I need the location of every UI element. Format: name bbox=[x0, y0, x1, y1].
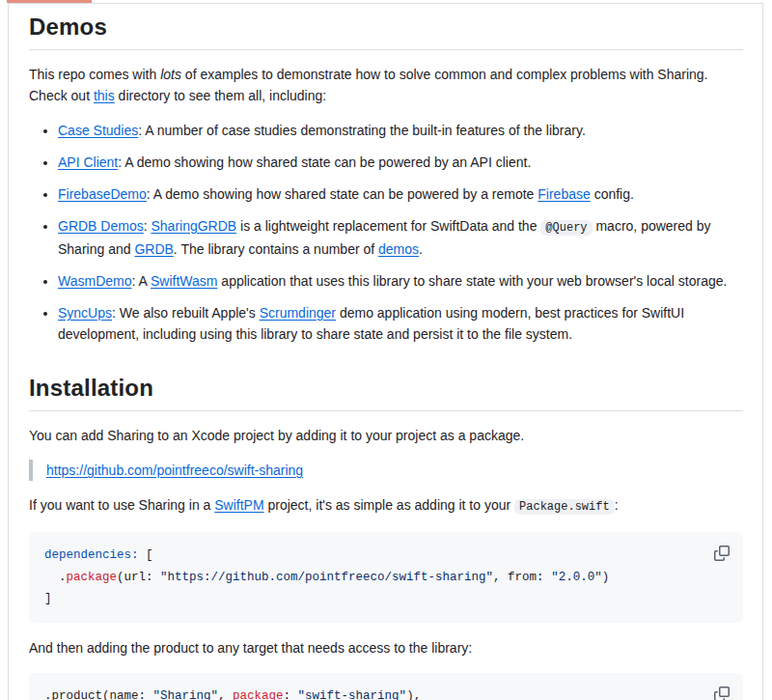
list-item-api-client: API Client: A demo showing how shared st… bbox=[58, 152, 743, 173]
list-item-grdb-demos: GRDB Demos: SharingGRDB is a lightweight… bbox=[58, 215, 743, 260]
link-sharinggrdb[interactable]: SharingGRDB bbox=[151, 218, 236, 234]
demos-list: Case Studies: A number of case studies d… bbox=[29, 120, 743, 345]
code-line: .product(name: "Sharing", package: "swif… bbox=[44, 686, 728, 700]
readme-container: Demos This repo comes with lots of examp… bbox=[8, 3, 763, 700]
copy-icon bbox=[714, 546, 730, 561]
section-heading-demos: Demos bbox=[29, 10, 743, 50]
link-grdb-demos[interactable]: GRDB Demos bbox=[58, 218, 144, 234]
code-line: ] bbox=[44, 588, 728, 610]
code-block-product: .product(name: "Sharing", package: "swif… bbox=[29, 673, 743, 700]
code-block-dependencies: dependencies: [ .package(url: "https://g… bbox=[29, 532, 743, 623]
code-line: dependencies: [ bbox=[44, 545, 728, 567]
list-item-syncups: SyncUps: We also rebuilt Apple's Scrumdi… bbox=[58, 302, 743, 345]
link-syncups[interactable]: SyncUps bbox=[58, 305, 112, 321]
installation-paragraph-1: You can add Sharing to an Xcode project … bbox=[29, 425, 743, 446]
link-this-directory[interactable]: this bbox=[94, 88, 115, 103]
list-item-wasmdemo: WasmDemo: A SwiftWasm application that u… bbox=[58, 270, 743, 292]
link-demos-directory[interactable]: demos bbox=[378, 241, 419, 257]
link-firebase[interactable]: Firebase bbox=[538, 186, 590, 202]
link-grdb[interactable]: GRDB bbox=[134, 241, 173, 257]
link-swiftpm[interactable]: SwiftPM bbox=[214, 497, 263, 513]
scroll-accent-bar bbox=[7, 0, 92, 3]
installation-paragraph-2: If you want to use Sharing in a SwiftPM … bbox=[29, 494, 743, 518]
emphasis-text: lots bbox=[160, 67, 181, 82]
link-firebasedemo[interactable]: FirebaseDemo bbox=[58, 186, 147, 202]
code-line: .package(url: "https://github.com/pointf… bbox=[44, 567, 728, 589]
link-swiftwasm[interactable]: SwiftWasm bbox=[151, 273, 217, 289]
list-item-case-studies: Case Studies: A number of case studies d… bbox=[58, 120, 743, 141]
link-repo-url[interactable]: https://github.com/pointfreeco/swift-sha… bbox=[46, 462, 303, 478]
package-url-blockquote: https://github.com/pointfreeco/swift-sha… bbox=[29, 460, 743, 481]
link-wasmdemo[interactable]: WasmDemo bbox=[58, 273, 132, 289]
inline-code: @Query bbox=[540, 220, 592, 236]
link-api-client[interactable]: API Client bbox=[58, 154, 118, 170]
link-case-studies[interactable]: Case Studies bbox=[58, 123, 138, 138]
link-scrumdinger[interactable]: Scrumdinger bbox=[260, 305, 336, 321]
copy-button[interactable] bbox=[707, 539, 736, 568]
list-item-firebasedemo: FirebaseDemo: A demo showing how shared … bbox=[58, 183, 743, 205]
inline-code: Package.swift bbox=[514, 499, 615, 515]
demos-intro-paragraph: This repo comes with lots of examples to… bbox=[29, 64, 743, 106]
installation-paragraph-3: And then adding the product to any targe… bbox=[29, 637, 743, 658]
section-heading-installation: Installation bbox=[29, 371, 743, 411]
copy-button[interactable] bbox=[707, 680, 736, 700]
copy-icon bbox=[714, 686, 730, 700]
